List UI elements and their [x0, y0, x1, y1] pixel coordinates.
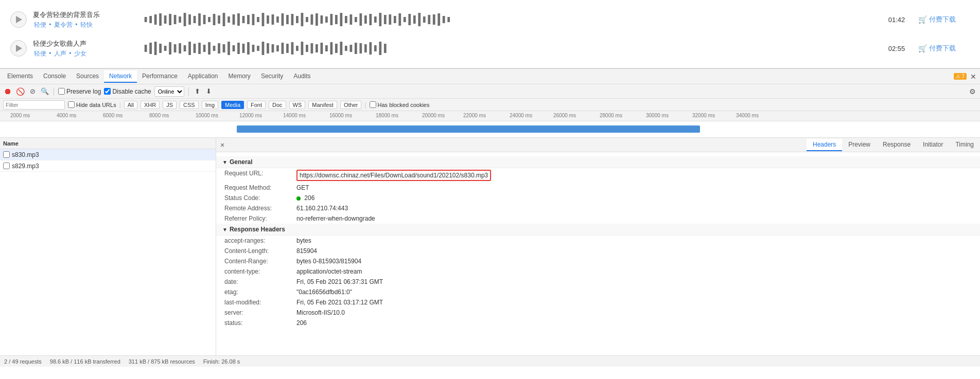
svg-rect-49: [384, 15, 387, 24]
tab-audits[interactable]: Audits: [288, 70, 316, 83]
file-list-header: Name: [0, 138, 216, 149]
tag-2-2[interactable]: 人声: [54, 50, 66, 57]
resp-header-0: accept-ranges: bytes: [216, 236, 980, 246]
hide-data-urls-label[interactable]: Hide data URLs: [68, 101, 116, 108]
svg-rect-47: [374, 16, 377, 23]
svg-rect-38: [330, 14, 332, 25]
music-action-1[interactable]: 🛒 付费下载: [918, 15, 970, 24]
filter-input[interactable]: [3, 100, 65, 110]
tick-16: 34000 ms: [736, 113, 759, 118]
tag-1-1[interactable]: 轻便: [34, 21, 46, 28]
tab-headers[interactable]: Headers: [807, 139, 842, 151]
svg-rect-25: [267, 15, 269, 24]
type-btn-media[interactable]: Media: [221, 101, 244, 109]
resp-header-8: status: 206: [216, 318, 980, 328]
general-section-header[interactable]: ▼ General: [216, 156, 980, 168]
tag-2-3[interactable]: 少女: [74, 50, 86, 57]
play-button-2[interactable]: [10, 40, 27, 57]
filter-button[interactable]: ⊘: [28, 87, 37, 96]
play-icon-2: [16, 45, 22, 52]
type-btn-js[interactable]: JS: [163, 101, 177, 109]
tick-9: 20000 ms: [422, 113, 445, 118]
file-row-0[interactable]: s830.mp3: [0, 149, 216, 160]
close-devtools-button[interactable]: ✕: [969, 72, 978, 81]
file-checkbox-0[interactable]: [3, 151, 10, 158]
timeline-area: 2000 ms 4000 ms 6000 ms 8000 ms 10000 ms…: [0, 111, 980, 138]
svg-rect-57: [423, 16, 426, 23]
resp-label-7: server:: [224, 309, 296, 316]
tab-application[interactable]: Application: [183, 70, 223, 83]
tab-network[interactable]: Network: [104, 70, 137, 83]
resp-value-0: bytes: [296, 237, 311, 244]
details-close-button[interactable]: ×: [216, 140, 229, 150]
has-blocked-cookies-label[interactable]: Has blocked cookies: [370, 101, 430, 108]
type-btn-doc[interactable]: Doc: [269, 101, 286, 109]
svg-rect-92: [286, 44, 289, 53]
file-checkbox-1[interactable]: [3, 163, 10, 169]
record-button[interactable]: ⏺: [3, 87, 12, 96]
type-btn-img[interactable]: Img: [202, 101, 218, 109]
preserve-log-checkbox-label[interactable]: Preserve log: [58, 88, 101, 95]
tick-4: 10000 ms: [196, 113, 218, 118]
svg-rect-2: [154, 14, 157, 25]
music-action-2[interactable]: 🛒 付费下载: [918, 44, 970, 53]
type-btn-all[interactable]: All: [124, 101, 137, 109]
tab-elements[interactable]: Elements: [2, 70, 38, 83]
svg-rect-107: [359, 43, 362, 53]
resp-header-3: content-type: application/octet-stream: [216, 266, 980, 277]
svg-rect-88: [267, 43, 269, 53]
svg-rect-9: [188, 14, 191, 25]
response-headers-section-header[interactable]: ▼ Response Headers: [216, 224, 980, 236]
disable-cache-checkbox-label[interactable]: Disable cache: [104, 88, 151, 95]
tab-memory[interactable]: Memory: [223, 70, 256, 83]
tab-response[interactable]: Response: [877, 139, 917, 151]
settings-gear[interactable]: ⚙: [968, 87, 977, 96]
type-btn-manifest[interactable]: Manifest: [308, 101, 337, 109]
file-row-1[interactable]: s829.mp3: [0, 160, 216, 172]
has-blocked-cookies-checkbox[interactable]: [370, 101, 376, 108]
type-btn-xhr[interactable]: XHR: [141, 101, 160, 109]
general-title: General: [230, 158, 253, 166]
svg-rect-59: [433, 14, 435, 25]
svg-rect-45: [364, 15, 367, 24]
play-button-1[interactable]: [10, 11, 27, 28]
tick-13: 28000 ms: [600, 113, 622, 118]
clear-button[interactable]: 🚫: [15, 87, 25, 96]
tag-1-3[interactable]: 轻快: [80, 21, 93, 28]
throttle-select[interactable]: Online: [154, 86, 184, 97]
import-button[interactable]: ⬆: [193, 87, 202, 96]
type-btn-css[interactable]: CSS: [180, 101, 199, 109]
music-info-2: 轻便少女歌曲人声 轻便 • 人声 • 少女: [33, 39, 136, 58]
svg-rect-1: [149, 16, 152, 23]
tab-security[interactable]: Security: [256, 70, 288, 83]
svg-rect-28: [282, 13, 284, 26]
tick-6: 14000 ms: [283, 113, 306, 118]
tab-initiator[interactable]: Initiator: [917, 139, 949, 151]
svg-rect-71: [184, 45, 186, 51]
svg-rect-34: [311, 14, 313, 25]
hide-data-urls-checkbox[interactable]: [68, 101, 75, 108]
tag-2-1[interactable]: 轻便: [34, 50, 46, 57]
search-button[interactable]: 🔍: [40, 87, 49, 96]
tag-1-2[interactable]: 夏令营: [54, 21, 73, 28]
disable-cache-checkbox[interactable]: [104, 88, 111, 95]
tab-performance[interactable]: Performance: [137, 70, 183, 83]
svg-rect-16: [223, 13, 225, 26]
svg-rect-8: [184, 13, 186, 26]
type-btn-other[interactable]: Other: [340, 101, 362, 109]
preserve-log-checkbox[interactable]: [58, 88, 65, 95]
type-btn-ws[interactable]: WS: [289, 101, 306, 109]
tab-preview[interactable]: Preview: [842, 139, 877, 151]
svg-rect-53: [404, 17, 406, 22]
tab-console[interactable]: Console: [38, 70, 71, 83]
file-name-1: s829.mp3: [12, 163, 39, 170]
status-code-label: Status Code:: [224, 194, 296, 202]
request-url-value[interactable]: https://downsc.chinaz.net/Files/DownLoad…: [296, 170, 491, 181]
resp-header-1: Content-Length: 815904: [216, 246, 980, 256]
svg-rect-50: [389, 14, 391, 25]
export-button[interactable]: ⬇: [204, 87, 214, 96]
tab-timing[interactable]: Timing: [949, 139, 980, 151]
resp-label-3: content-type:: [224, 268, 296, 275]
tab-sources[interactable]: Sources: [71, 70, 104, 83]
type-btn-font[interactable]: Font: [247, 101, 266, 109]
